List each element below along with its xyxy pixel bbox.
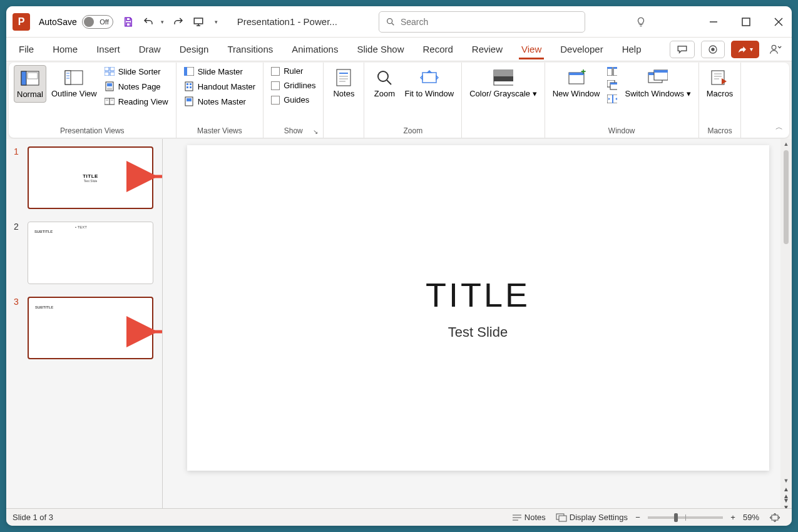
vertical-scrollbar[interactable]: ▲ ▼ ▲▲ ▼▼: [780, 139, 792, 508]
document-title[interactable]: Presentation1 - Power...: [237, 16, 337, 27]
scroll-up-button[interactable]: ▲: [780, 139, 792, 149]
search-box[interactable]: [379, 11, 585, 33]
undo-dropdown[interactable]: ▾: [161, 19, 166, 25]
arrange-all-button[interactable]: [605, 65, 620, 78]
svg-rect-30: [184, 67, 187, 76]
next-slide-button[interactable]: ▼▼: [783, 497, 789, 508]
account-icon[interactable]: [769, 43, 782, 56]
svg-rect-17: [105, 67, 109, 71]
outline-view-button[interactable]: Outline View: [49, 65, 100, 101]
zoom-percent[interactable]: 59%: [743, 513, 759, 522]
switch-windows-icon: [648, 68, 668, 88]
prev-slide-button[interactable]: ▲▲: [783, 486, 789, 497]
minimize-button[interactable]: [707, 15, 720, 29]
cameo-button[interactable]: [701, 41, 725, 58]
ruler-checkbox[interactable]: Ruler: [269, 65, 318, 77]
share-button[interactable]: ▾: [731, 41, 759, 58]
ribbon: Normal Outline View Slide Sorter Notes P…: [9, 63, 789, 138]
qat-customize[interactable]: ▾: [215, 19, 220, 25]
notes-page-button[interactable]: Notes Page: [102, 80, 171, 93]
handout-master-button[interactable]: Handout Master: [182, 80, 258, 93]
zoom-slider[interactable]: [648, 516, 723, 519]
switch-windows-button[interactable]: Switch Windows ▾: [622, 65, 693, 101]
new-window-button[interactable]: + New Window: [550, 65, 603, 101]
svg-point-7: [711, 48, 714, 51]
slide-editor[interactable]: TITLE Test Slide: [163, 139, 780, 508]
thumbnail-slide-1[interactable]: TITLE Test Slide: [28, 146, 153, 209]
guides-checkbox[interactable]: Guides: [269, 94, 318, 106]
notes-button[interactable]: Notes: [329, 65, 359, 101]
new-window-label: New Window: [553, 89, 600, 99]
collapse-ribbon-button[interactable]: ︿: [775, 122, 783, 133]
thumbnail-pane[interactable]: 1 TITLE Test Slide 2 SUBTITLE • TEXT 3: [6, 139, 163, 508]
tab-developer[interactable]: Developer: [558, 40, 605, 58]
tab-home[interactable]: Home: [50, 40, 80, 58]
maximize-button[interactable]: [739, 15, 753, 29]
zoom-handle[interactable]: [674, 513, 678, 522]
ruler-label: Ruler: [284, 66, 303, 76]
reading-view-button[interactable]: Reading View: [102, 95, 171, 108]
zoom-button[interactable]: Zoom: [369, 65, 399, 101]
thumbnail-slide-2[interactable]: SUBTITLE • TEXT: [28, 222, 153, 284]
scroll-down-button[interactable]: ▼: [780, 476, 792, 486]
show-launcher[interactable]: ↘: [313, 128, 318, 135]
notes-master-icon: [184, 96, 194, 106]
slide-title[interactable]: TITLE: [426, 275, 530, 314]
tips-button[interactable]: [635, 16, 647, 28]
svg-text:+: +: [581, 69, 586, 76]
svg-rect-47: [494, 70, 513, 76]
thumbnail-number: 3: [14, 297, 21, 307]
save-button[interactable]: [121, 14, 136, 29]
tab-review[interactable]: Review: [469, 40, 505, 58]
normal-view-button[interactable]: Normal: [14, 65, 46, 103]
tab-animations[interactable]: Animations: [289, 40, 340, 58]
slide-master-button[interactable]: Slide Master: [182, 65, 258, 78]
thumbnail-slide-3[interactable]: SUBTITLE: [28, 297, 153, 359]
autosave-toggle[interactable]: Off: [82, 15, 113, 29]
tab-file[interactable]: File: [16, 40, 36, 58]
notes-master-button[interactable]: Notes Master: [182, 95, 258, 108]
close-button[interactable]: [772, 15, 785, 29]
svg-rect-13: [65, 71, 71, 84]
tab-slideshow[interactable]: Slide Show: [354, 40, 406, 58]
tab-right-controls: ▾: [670, 41, 782, 58]
fit-to-window-statusbar-button[interactable]: [769, 513, 780, 523]
tab-insert[interactable]: Insert: [94, 40, 123, 58]
window-controls: [707, 15, 785, 29]
present-from-beginning-button[interactable]: [191, 14, 206, 29]
undo-button[interactable]: [141, 14, 156, 29]
macros-button[interactable]: Macros: [704, 65, 736, 101]
autosave-control[interactable]: AutoSave Off: [39, 15, 113, 29]
cascade-button[interactable]: [605, 79, 620, 91]
sb-display-settings-button[interactable]: Display Settings: [556, 513, 628, 522]
comments-button[interactable]: [670, 41, 695, 58]
svg-rect-45: [422, 73, 436, 83]
group-master-views: Slide Master Handout Master Notes Master…: [176, 63, 264, 138]
slide-subtitle[interactable]: Test Slide: [448, 324, 508, 340]
slide-counter[interactable]: Slide 1 of 3: [13, 513, 53, 522]
tab-design[interactable]: Design: [177, 40, 212, 58]
zoom-out-button[interactable]: −: [633, 513, 643, 522]
checkbox-icon: [271, 67, 280, 76]
color-grayscale-button[interactable]: Color/ Grayscale ▾: [467, 65, 539, 101]
tab-draw[interactable]: Draw: [136, 40, 163, 58]
move-split-button[interactable]: [605, 93, 620, 105]
notes-master-label: Notes Master: [198, 97, 246, 106]
slide-canvas[interactable]: TITLE Test Slide: [187, 145, 769, 471]
sb-notes-button[interactable]: Notes: [512, 513, 546, 522]
zoom-in-button[interactable]: +: [728, 513, 738, 522]
gridlines-checkbox[interactable]: Gridlines: [269, 79, 318, 91]
redo-button[interactable]: [171, 14, 186, 29]
switch-windows-label: Switch Windows ▾: [625, 89, 690, 99]
slide-sorter-button[interactable]: Slide Sorter: [102, 65, 171, 78]
tab-help[interactable]: Help: [620, 40, 644, 58]
svg-rect-22: [107, 83, 112, 86]
tab-record[interactable]: Record: [420, 40, 455, 58]
fit-to-window-button[interactable]: Fit to Window: [402, 65, 456, 101]
svg-rect-19: [105, 72, 109, 76]
tab-transitions[interactable]: Transitions: [225, 40, 275, 58]
scrollbar-thumb[interactable]: [784, 150, 789, 244]
search-input[interactable]: [401, 17, 578, 27]
tab-view[interactable]: View: [519, 40, 544, 58]
notes-icon: [512, 513, 522, 522]
